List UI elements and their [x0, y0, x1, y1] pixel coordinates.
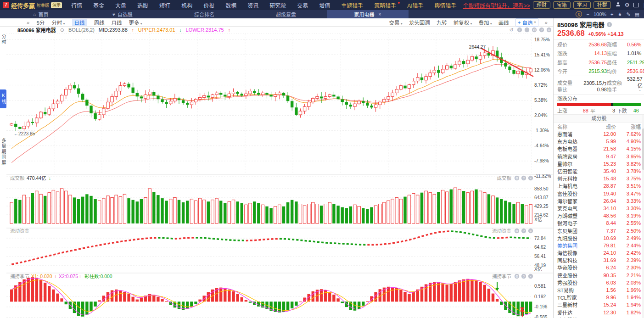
stock-row[interactable]: 爱仕达12.301.82%	[554, 309, 644, 316]
stock-row[interactable]: 东方电热5.994.90%	[554, 138, 644, 145]
menu-策略猎手[interactable]: 策略猎手	[369, 1, 402, 9]
chart-symbol: 850096 家用电器	[17, 26, 56, 33]
stock-row[interactable]: 东贝集团7.372.50%	[554, 227, 644, 234]
scrollbar-thumb[interactable]	[642, 128, 644, 170]
svg-text:5.38%: 5.38%	[534, 98, 547, 103]
menu-交易[interactable]: 交易	[291, 1, 314, 9]
stock-row[interactable]: 九阳股份10.692.49%	[554, 234, 644, 242]
menu-增值[interactable]: 增值	[314, 1, 336, 9]
layout-icon[interactable]: ▤	[635, 11, 639, 17]
tool-交易[interactable]: 交易 ▾	[389, 19, 403, 26]
stock-row[interactable]: 德业股份90.352.21%	[554, 272, 644, 279]
rail-K线[interactable]: K线	[0, 89, 6, 108]
collapse-icon[interactable]: »	[27, 20, 29, 25]
stock-row[interactable]: TCL智家9.961.94%	[554, 294, 644, 301]
stock-row[interactable]: 箭牌家居9.473.95%	[554, 153, 644, 160]
tool-画线[interactable]: 画线	[498, 19, 509, 26]
stock-row[interactable]: 星帅尔15.233.82%	[554, 160, 644, 167]
quote-label: 今开	[557, 67, 578, 75]
stock-row[interactable]: 莱克电气34.103.30%	[554, 205, 644, 212]
scrollbar[interactable]	[642, 115, 644, 318]
stock-price: 10.69	[589, 235, 616, 241]
tool-龙头回溯[interactable]: 龙头回溯	[409, 19, 430, 26]
menu-选股[interactable]: 选股	[132, 1, 154, 9]
menu-AI猎手[interactable]: AI猎手	[402, 1, 429, 9]
stock-row[interactable]: 富佳股份19.403.47%	[554, 190, 644, 197]
stock-price: 31.69	[589, 257, 616, 263]
stock-row[interactable]: 三星新材15.241.94%	[554, 301, 644, 308]
chart-mode-rail: 分时K线多周期同屏	[0, 27, 7, 318]
rail-分时[interactable]: 分时	[0, 34, 6, 45]
svg-text:⚙: ⚙	[533, 28, 536, 32]
settings-icon[interactable]: ⚙	[625, 0, 630, 10]
expand-icon[interactable]: »	[545, 20, 548, 25]
dist-count: 88	[571, 108, 590, 113]
coin-icon[interactable]: 0	[576, 11, 582, 17]
menu-大盘[interactable]: 大盘	[110, 1, 132, 9]
period-5分[interactable]: 5分	[36, 19, 45, 26]
stock-row[interactable]: 迪森股份6.191.81%	[554, 316, 644, 318]
menu-资讯[interactable]: 资讯	[242, 1, 264, 9]
zoom-out-icon[interactable]: −	[586, 11, 589, 17]
rail-多周期同屏[interactable]: 多周期同屏	[0, 138, 6, 166]
menu-行情[interactable]: 行情	[66, 1, 88, 9]
workspace-icon[interactable]	[633, 3, 639, 7]
period-周线[interactable]: 周线	[94, 19, 105, 26]
pill-button-学习[interactable]: 学习	[573, 1, 591, 9]
stock-row[interactable]: ST易购1.561.96%	[554, 286, 644, 294]
tab-自选股[interactable]: ♥自选股	[82, 10, 163, 18]
stock-row[interactable]: 亿田智能35.403.78%	[554, 167, 644, 175]
stock-row[interactable]: 老板电器21.584.15%	[554, 145, 644, 152]
period-月线[interactable]: 月线	[112, 19, 122, 26]
caret-down-icon: ▾	[469, 22, 472, 26]
promo-link[interactable]: 个股短线有望拉升，速看>>	[463, 1, 530, 9]
menu-短打[interactable]: 短打	[154, 1, 176, 9]
tab-综合排名[interactable]: 综合排名	[163, 10, 245, 18]
kline-chart-canvas[interactable]: 18.75%15.41%12.06%8.72%5.38%2.04%-1.30%-…	[6, 27, 553, 318]
tool-叠加[interactable]: 叠加 ▾	[479, 19, 492, 26]
menu-舆情猎手[interactable]: 舆情猎手	[429, 1, 462, 9]
stock-row[interactable]: 万朗磁塑48.563.19%	[554, 212, 644, 219]
stock-price: 7.37	[589, 228, 616, 234]
stock-row[interactable]: 惠而浦12.007.62%	[554, 130, 644, 138]
stock-row[interactable]: 银河电子8.442.55%	[554, 219, 644, 227]
tool-九转[interactable]: 九转	[437, 19, 447, 26]
stock-row[interactable]: 秀强股份6.032.03%	[554, 279, 644, 286]
period-更多[interactable]: 更多 ▾	[129, 19, 142, 26]
edit-icon[interactable]: ✎	[626, 11, 630, 17]
stock-row[interactable]: 上海机电28.873.51%	[554, 182, 644, 190]
stock-row[interactable]: 海信视像24.102.42%	[554, 249, 644, 257]
info-icon[interactable]: i	[607, 22, 612, 27]
menu-研究院[interactable]: 研究院	[264, 1, 291, 9]
period-分时[interactable]: 分时 ▾	[51, 19, 65, 26]
stock-row[interactable]: 同星科技31.692.39%	[554, 257, 644, 264]
tab-超级复盘[interactable]: 超级复盘	[245, 10, 327, 18]
down-segment	[613, 103, 641, 106]
stock-row[interactable]: 海尔智家26.043.33%	[554, 197, 644, 205]
indicator-dropdown-icon[interactable]: ⊙	[60, 27, 64, 33]
zoom-in-icon[interactable]: +	[610, 11, 613, 17]
stock-row[interactable]: 创元科技15.483.75%	[554, 175, 644, 182]
menu-数据[interactable]: 数据	[220, 1, 242, 9]
tool-前复权[interactable]: 前复权 ▾	[454, 19, 472, 26]
quote-label: 成交额	[607, 79, 627, 86]
svg-text:15.41%: 15.41%	[534, 52, 550, 57]
pill-button-社群[interactable]: 社群	[594, 1, 611, 9]
stock-name: 华帝股份	[557, 264, 589, 271]
stock-row[interactable]: 美的集团79.812.44%	[554, 242, 644, 249]
add-watchlist-button[interactable]: +自选▾	[515, 18, 538, 27]
menu-机构[interactable]: 机构	[176, 1, 198, 9]
menu-主题猎手[interactable]: 主题猎手	[336, 1, 369, 9]
close-icon[interactable]: ×	[379, 12, 381, 17]
menu-价投[interactable]: 价投	[198, 1, 220, 9]
pill-button-理财[interactable]: 理财	[533, 1, 550, 9]
pill-button-宝箱[interactable]: 宝箱	[553, 1, 571, 9]
tab-首页[interactable]: ⌂首页	[0, 10, 82, 18]
menu-基金[interactable]: 基金	[88, 1, 110, 9]
favorite-icon[interactable]: ★	[618, 11, 622, 17]
tabbar-tools: 0−100%+★✎▤	[576, 10, 644, 18]
user-icon[interactable]	[616, 0, 621, 10]
stock-row[interactable]: 华帝股份6.242.30%	[554, 264, 644, 271]
tab-家用电器[interactable]: 家用电器×	[327, 10, 409, 18]
period-日线[interactable]: 日线	[72, 19, 87, 26]
